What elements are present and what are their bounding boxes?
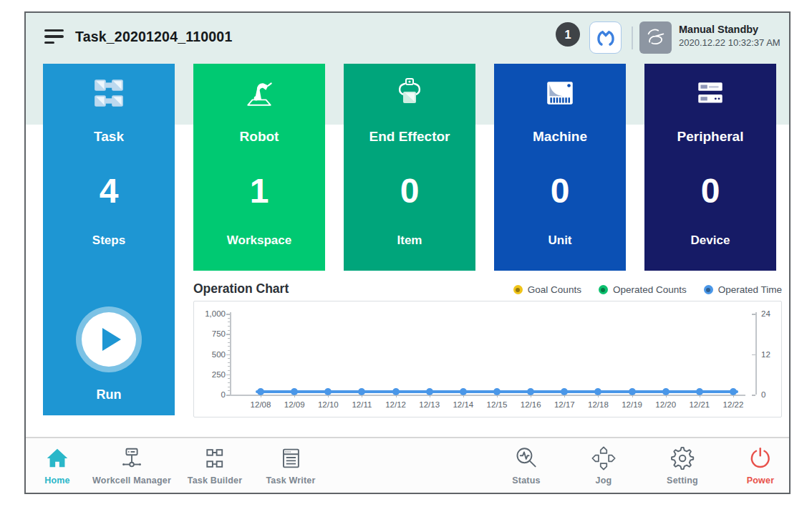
rtick-label: 0 (761, 390, 765, 399)
run-label: Run (43, 386, 175, 403)
ytick-label: 750 (197, 329, 226, 338)
card-title: Machine (494, 128, 626, 145)
card-end-effector[interactable]: End Effector 0 Item (344, 64, 475, 271)
robot-arm-icon (193, 75, 325, 111)
tick (362, 395, 362, 397)
card-value: 4 (43, 171, 175, 211)
tick (228, 330, 231, 331)
tick (228, 350, 231, 351)
card-title: End Effector (344, 128, 475, 145)
tick (228, 338, 231, 339)
tick (752, 314, 755, 315)
tick (463, 395, 464, 397)
series-dot (594, 388, 601, 395)
chart-legend: Goal Counts Operated Counts Operated Tim… (513, 284, 782, 295)
card-robot[interactable]: Robot 1 Workspace (193, 64, 325, 271)
legend-goal-counts[interactable]: Goal Counts (513, 284, 581, 295)
tick (752, 395, 755, 396)
gripper-icon (344, 75, 475, 111)
series-dot (561, 388, 568, 395)
nav-item-power[interactable]: Power (747, 445, 775, 486)
manual-mode-hand-icon (644, 26, 667, 49)
tick (226, 334, 230, 335)
task-writer-icon (277, 445, 304, 472)
nav-item-task-builder[interactable]: Task Builder (188, 445, 243, 486)
legend-operated-counts[interactable]: Operated Counts (599, 284, 687, 295)
operation-chart-title: Operation Chart (193, 281, 289, 296)
series-dot (426, 388, 433, 395)
xtick-label: 12/16 (521, 400, 541, 409)
xtick-label: 12/20 (655, 400, 676, 409)
tick (598, 395, 599, 397)
xtick-label: 12/22 (723, 400, 744, 409)
xtick-label: 12/21 (689, 400, 710, 409)
tick (228, 382, 231, 383)
series-dot (358, 388, 365, 395)
gripper-mode-icon (595, 27, 617, 49)
rtick-label: 12 (761, 350, 770, 359)
series-dot (324, 388, 332, 395)
legend-operated-time[interactable]: Operated Time (704, 284, 782, 295)
card-peripheral[interactable]: Peripheral 0 Device (644, 64, 776, 271)
xtick-label: 12/08 (251, 400, 271, 409)
tick (328, 395, 329, 397)
nav-item-task-writer[interactable]: Task Writer (266, 445, 315, 486)
tick (228, 366, 231, 367)
tick (666, 395, 667, 397)
servo-mode-button[interactable] (589, 21, 622, 54)
jog-dpad-icon (590, 445, 617, 472)
xtick-label: 12/18 (588, 400, 609, 409)
tick (228, 362, 231, 363)
tick (430, 395, 430, 397)
axis (755, 312, 757, 395)
manual-mode-button[interactable] (639, 21, 672, 54)
ytick-label: 500 (197, 350, 226, 359)
xtick-label: 12/14 (453, 400, 473, 409)
tick (228, 387, 231, 387)
xtick-label: 12/17 (554, 400, 575, 409)
card-unit: Unit (494, 233, 626, 248)
tick (564, 395, 565, 397)
tick (294, 395, 295, 397)
notification-badge[interactable]: 1 (556, 22, 580, 47)
series-dot (527, 388, 534, 395)
peripheral-icon (644, 75, 776, 111)
card-value: 0 (494, 171, 626, 211)
nav-item-setting[interactable]: Setting (667, 445, 698, 486)
status-icon (513, 445, 540, 472)
tick (497, 395, 498, 397)
task-builder-icon (201, 445, 228, 472)
setting-gear-icon (669, 445, 696, 472)
nav-item-jog[interactable]: Jog (590, 445, 617, 486)
tick (228, 318, 231, 319)
hamburger-menu-icon[interactable] (44, 27, 64, 46)
card-task[interactable]: Task 4 Steps Run (43, 64, 175, 415)
axis (230, 395, 745, 396)
tick (531, 395, 531, 397)
operated-counts-dot-icon (599, 285, 608, 294)
nav-item-status[interactable]: Status (512, 445, 540, 486)
nav-item-home[interactable]: Home (44, 445, 71, 486)
card-unit: Steps (43, 233, 175, 248)
tick (396, 395, 397, 397)
app-window: Task_20201204_110001 1 Manual Standby 20… (24, 11, 791, 494)
card-unit: Device (644, 233, 776, 248)
nav-item-workcell-manager[interactable]: Workcell Manager (92, 445, 171, 486)
xtick-label: 12/09 (284, 400, 305, 409)
tick (733, 395, 734, 397)
card-value: 0 (644, 171, 776, 211)
run-button[interactable] (76, 306, 142, 372)
tick (228, 390, 231, 391)
card-title: Robot (193, 128, 325, 145)
tick (226, 375, 230, 376)
series-dot (629, 388, 636, 395)
task-title: Task_20201204_110001 (75, 29, 232, 45)
status-timestamp: 2020.12.22 10:32:37 AM (679, 37, 780, 48)
tick (752, 354, 755, 356)
series-dot (696, 388, 703, 395)
card-machine[interactable]: Machine 0 Unit (494, 64, 626, 271)
ytick-label: 250 (197, 370, 226, 379)
xtick-label: 12/15 (487, 400, 508, 409)
play-icon (102, 328, 121, 351)
operation-chart-plot: 1,00075050025002412012/0812/0912/1012/11… (193, 301, 782, 417)
